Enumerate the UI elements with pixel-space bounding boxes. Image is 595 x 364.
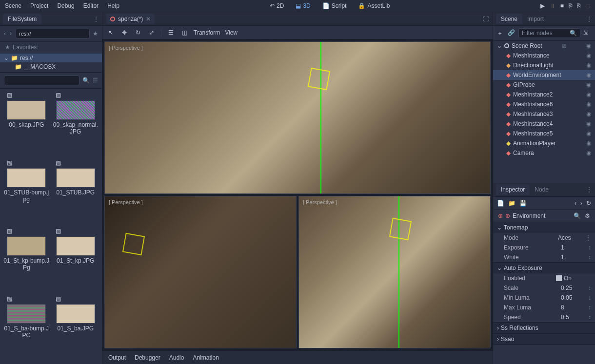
inspector-property[interactable]: Min Luma0.05↕ bbox=[493, 293, 595, 303]
inspector-property[interactable]: Max Luma8↕ bbox=[493, 303, 595, 312]
favorite-icon[interactable]: ★ bbox=[93, 30, 98, 37]
new-resource-icon[interactable]: 📄 bbox=[497, 200, 504, 207]
tab-scene[interactable]: Scene bbox=[496, 14, 522, 24]
scene-node[interactable]: ◆MeshInstance5◉ bbox=[493, 129, 595, 138]
visibility-icon[interactable]: ◉ bbox=[586, 72, 591, 78]
scene-node[interactable]: ◆MeshInstance6◉ bbox=[493, 99, 595, 109]
spinner-icon[interactable]: ↕ bbox=[588, 254, 591, 261]
scene-node[interactable]: ◆Camera◉ bbox=[493, 148, 595, 158]
search-icon[interactable]: 🔍 bbox=[82, 77, 90, 84]
visibility-icon[interactable]: ◉ bbox=[586, 101, 591, 108]
move-tool-icon[interactable]: ✥ bbox=[120, 28, 129, 37]
workspace-assetlib[interactable]: 🔒AssetLib bbox=[355, 1, 393, 10]
workspace-3d[interactable]: ⬓3D bbox=[293, 1, 313, 10]
tree-row[interactable]: ⌄📁res:// bbox=[0, 54, 102, 62]
scene-node[interactable]: ◆GIProbe◉ bbox=[493, 80, 595, 90]
menu-debug[interactable]: Debug bbox=[57, 2, 74, 9]
viewport-bottom-right[interactable]: [ Perspective ] bbox=[298, 196, 491, 348]
asset-item[interactable]: ▧01_STUB-bump.jpg bbox=[3, 159, 50, 225]
asset-item[interactable]: ▧01_S_ba-bump.JPG bbox=[3, 295, 50, 361]
visibility-icon[interactable]: ◉ bbox=[586, 81, 591, 88]
scene-node[interactable]: ◆WorldEnvironment◉ bbox=[493, 70, 595, 80]
add-node-icon[interactable]: ＋ bbox=[497, 29, 505, 37]
spinner-icon[interactable]: ↕ bbox=[588, 314, 591, 321]
scene-root[interactable]: ⌄Scene Root⎚◉ bbox=[493, 41, 595, 51]
visibility-icon[interactable]: ◉ bbox=[586, 150, 591, 156]
link-node-icon[interactable]: 🔗 bbox=[508, 29, 516, 37]
visibility-icon[interactable]: ◉ bbox=[586, 52, 591, 59]
list-tool-icon[interactable]: ☰ bbox=[166, 28, 175, 37]
asset-item[interactable]: ▧01_St_kp-bump.JPg bbox=[3, 228, 50, 293]
inspector-section-header[interactable]: ⌄Tonemap bbox=[493, 222, 595, 233]
menu-help[interactable]: Help bbox=[107, 2, 119, 9]
scale-tool-icon[interactable]: ⤢ bbox=[147, 28, 156, 37]
spinner-icon[interactable]: ↕ bbox=[588, 244, 591, 251]
script-icon[interactable]: ⎚ bbox=[562, 42, 566, 49]
list-view-icon[interactable]: ☰ bbox=[93, 77, 98, 84]
menu-scene[interactable]: Scene bbox=[5, 2, 21, 9]
play-icon[interactable]: ▶ bbox=[540, 2, 545, 9]
perspective-label[interactable]: [ Perspective ] bbox=[109, 199, 143, 205]
transform-menu[interactable]: Transform bbox=[194, 29, 220, 36]
bottom-tab-animation[interactable]: Animation bbox=[193, 354, 218, 361]
inspector-property[interactable]: EnabledOn bbox=[493, 273, 595, 283]
history-fwd-icon[interactable]: › bbox=[580, 200, 582, 207]
bottom-tab-debugger[interactable]: Debugger bbox=[135, 354, 160, 361]
view-menu[interactable]: View bbox=[225, 29, 238, 36]
scene-node[interactable]: ◆MeshInstance3◉ bbox=[493, 109, 595, 119]
scene-tab-sponza[interactable]: sponza(*) ✕ bbox=[106, 14, 155, 24]
tab-filesystem[interactable]: FileSystem bbox=[3, 14, 41, 24]
more-icon[interactable]: ⇲ bbox=[583, 29, 591, 37]
asset-item[interactable]: ▧00_skap_normal.JPG bbox=[52, 92, 99, 157]
pause-icon[interactable]: ⏸ bbox=[550, 2, 555, 9]
distraction-free-icon[interactable]: ⛶ bbox=[483, 16, 489, 22]
path-input[interactable] bbox=[16, 29, 90, 38]
bottom-tab-audio[interactable]: Audio bbox=[169, 354, 184, 361]
select-tool-icon[interactable]: ↖ bbox=[106, 28, 115, 37]
scene-node[interactable]: ◆MeshInstance◉ bbox=[493, 51, 595, 60]
inspector-property[interactable]: Scale0.25↕ bbox=[493, 283, 595, 293]
forward-icon[interactable]: › bbox=[10, 30, 13, 37]
rotate-tool-icon[interactable]: ↻ bbox=[134, 28, 142, 37]
tab-import[interactable]: Import bbox=[522, 14, 549, 24]
visibility-icon[interactable]: ◉ bbox=[586, 130, 591, 137]
play-custom-icon[interactable]: ⎘ bbox=[577, 2, 580, 9]
asset-item[interactable]: ▧01_STUB.JPG bbox=[52, 159, 99, 225]
asset-item[interactable]: ▧01_S_ba.JPG bbox=[52, 295, 99, 361]
menu-editor[interactable]: Editor bbox=[83, 2, 99, 9]
resource-type[interactable]: Environment bbox=[513, 212, 545, 219]
visibility-icon[interactable]: ◉ bbox=[586, 91, 591, 98]
tab-inspector[interactable]: Inspector bbox=[496, 184, 530, 195]
bottom-tab-output[interactable]: Output bbox=[108, 354, 126, 361]
history-back-icon[interactable]: ‹ bbox=[575, 200, 576, 207]
workspace-script[interactable]: 📄Script bbox=[319, 1, 350, 10]
checkbox-icon[interactable] bbox=[556, 275, 562, 281]
scene-node[interactable]: ◆DirectionalLight◉ bbox=[493, 60, 595, 70]
menu-project[interactable]: Project bbox=[30, 2, 48, 9]
perspective-label[interactable]: [ Perspective ] bbox=[109, 45, 143, 51]
scene-filter-input[interactable]: Filter nodes 🔍 bbox=[518, 28, 580, 38]
close-icon[interactable]: ✕ bbox=[146, 16, 151, 22]
settings-icon[interactable]: ⚙ bbox=[585, 212, 590, 219]
viewport-bottom-left[interactable]: [ Perspective ] bbox=[104, 196, 297, 348]
inspector-options-icon[interactable]: ⋮ bbox=[586, 186, 592, 193]
inspector-property[interactable]: Speed0.5↕ bbox=[493, 312, 595, 322]
asset-item[interactable]: ▧00_skap.JPG bbox=[3, 92, 50, 157]
inspector-property[interactable]: White1↕ bbox=[493, 252, 595, 262]
scene-node[interactable]: ◆AnimationPlayer◉ bbox=[493, 138, 595, 148]
inspector-section-header[interactable]: ›Ssao bbox=[493, 334, 595, 345]
viewport-main[interactable]: [ Perspective ] bbox=[104, 41, 491, 194]
load-resource-icon[interactable]: 📁 bbox=[508, 200, 516, 207]
inspector-property[interactable]: ModeAces⋮ bbox=[493, 233, 595, 243]
scene-options-icon[interactable]: ⋮ bbox=[586, 16, 592, 22]
scene-node[interactable]: ◆MeshInstance4◉ bbox=[493, 119, 595, 129]
tab-node[interactable]: Node bbox=[530, 184, 554, 195]
visibility-icon[interactable]: ◉ bbox=[586, 111, 591, 117]
workspace-2d[interactable]: ↶2D bbox=[267, 1, 287, 10]
stop-icon[interactable]: ■ bbox=[560, 2, 564, 9]
perspective-label[interactable]: [ Perspective ] bbox=[303, 199, 337, 205]
visibility-icon[interactable]: ◉ bbox=[586, 140, 591, 147]
inspector-property[interactable]: Exposure1↕ bbox=[493, 243, 595, 252]
search-icon[interactable]: 🔍 bbox=[574, 212, 581, 219]
visibility-icon[interactable]: ◉ bbox=[586, 42, 591, 49]
